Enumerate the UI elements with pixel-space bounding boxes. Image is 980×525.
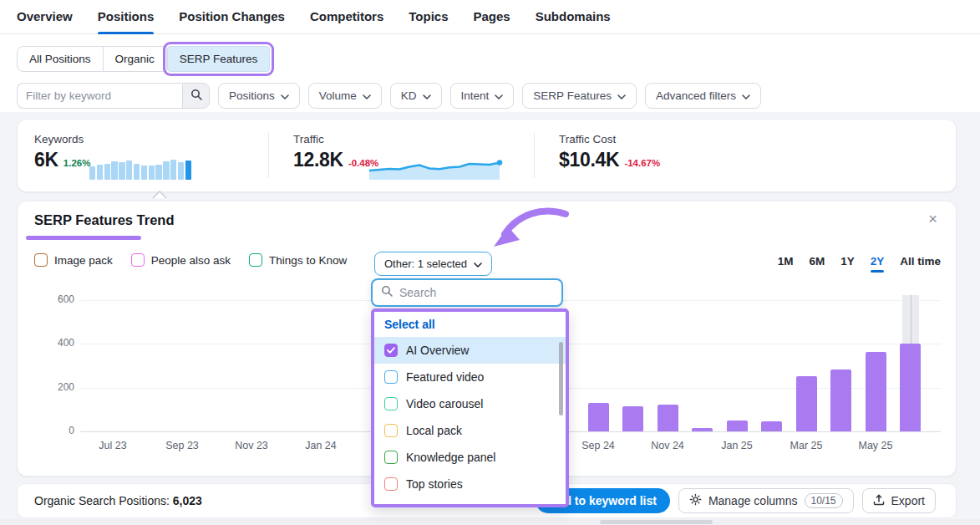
spark-bar (163, 161, 169, 180)
range-all-time[interactable]: All time (900, 255, 941, 273)
bar-apr-25[interactable] (830, 370, 851, 431)
feature-toggles-row: Image packPeople also askThings to Know (34, 253, 347, 267)
feature-toggle-people-also-ask[interactable]: People also ask (131, 253, 231, 267)
select-all-link[interactable]: Select all (374, 312, 566, 337)
checkbox-top-stories[interactable] (384, 477, 398, 491)
dropdown-item-label: Local pack (406, 424, 462, 437)
manage-columns-button[interactable]: Manage columns 10/15 (678, 488, 854, 513)
nav-item-competitors[interactable]: Competitors (310, 0, 383, 34)
checkbox-knowledge-panel[interactable] (384, 451, 398, 464)
checkbox-ai-overview[interactable] (384, 344, 398, 357)
filter-chip-label: SERP Features (533, 89, 612, 102)
serp-features-trend-panel: SERP Features Trend × Image packPeople a… (17, 201, 957, 477)
other-dropdown-label: Other: 1 selected (384, 257, 467, 270)
traffic-cost-metric-value: $10.4K (559, 149, 619, 171)
filter-chip-volume[interactable]: Volume (308, 83, 382, 109)
columns-count-badge: 10/15 (805, 493, 843, 508)
bar-mar-25[interactable] (796, 376, 817, 431)
range-6m[interactable]: 6M (809, 255, 825, 273)
range-1m[interactable]: 1M (778, 255, 794, 273)
dropdown-item-top-stories[interactable]: Top stories (374, 471, 566, 497)
feature-toggle-things-to-know[interactable]: Things to Know (249, 253, 347, 267)
horizontal-scrollbar-track[interactable] (0, 519, 980, 525)
tab-all-positions[interactable]: All Positions (17, 46, 104, 72)
x-axis-tick: Nov 24 (642, 440, 693, 451)
nav-item-positions[interactable]: Positions (98, 0, 155, 34)
horizontal-scrollbar-thumb[interactable] (600, 520, 713, 524)
dropdown-item-ai-overview[interactable]: AI Overview (374, 337, 566, 364)
other-features-dropdown-button[interactable]: Other: 1 selected (374, 252, 492, 276)
export-icon (873, 494, 885, 508)
annotation-arrow (490, 206, 571, 255)
checkbox-featured-video[interactable] (384, 370, 398, 384)
x-axis-tick: May 25 (851, 440, 901, 451)
other-features-dropdown-panel: Select all AI OverviewFeatured videoVide… (371, 278, 569, 507)
x-axis-tick: Jul 23 (88, 440, 138, 451)
filter-chip-label: Advanced filters (656, 89, 736, 102)
keyword-filter-input[interactable] (17, 83, 182, 109)
filter-chip-serp-features[interactable]: SERP Features (522, 83, 637, 109)
bar-jan-25[interactable] (727, 421, 748, 431)
checkbox-recipes[interactable] (384, 504, 398, 507)
spark-bar (149, 166, 155, 180)
traffic-sparkline (369, 158, 505, 183)
bar-may-25[interactable] (866, 352, 886, 431)
bar-sep-24[interactable] (588, 403, 609, 431)
spark-bar (97, 165, 103, 180)
spark-bar (170, 160, 176, 180)
x-axis-tick: Jan 25 (712, 440, 762, 451)
feature-toggle-image-pack[interactable]: Image pack (34, 253, 113, 267)
tab-serp-features[interactable]: SERP Features (167, 46, 271, 72)
bar-feb-25[interactable] (761, 421, 782, 431)
nav-item-overview[interactable]: Overview (17, 0, 73, 34)
checkbox-image-pack[interactable] (34, 253, 48, 267)
export-button[interactable]: Export (862, 488, 936, 513)
nav-item-subdomains[interactable]: Subdomains (536, 0, 611, 34)
dropdown-item-recipes[interactable]: Recipes (374, 497, 566, 507)
filter-chip-intent[interactable]: Intent (450, 83, 515, 109)
annotation-ring: SERP Features (163, 42, 275, 76)
bar-nov-24[interactable] (658, 405, 678, 431)
checkbox-people-also-ask[interactable] (131, 253, 145, 267)
spark-bar (141, 166, 147, 180)
metrics-summary-panel: Keywords 6K 1.26% Traffic 12.8K -0.48% T… (17, 119, 957, 192)
filter-chip-label: KD (401, 89, 417, 102)
tab-organic[interactable]: Organic (104, 46, 167, 72)
traffic-metric-label: Traffic (293, 133, 378, 145)
bar-oct-24[interactable] (622, 406, 643, 431)
organic-positions-count: Organic Search Positions: 6,023 (34, 494, 202, 507)
filter-chip-advanced-filters[interactable]: Advanced filters (645, 83, 761, 109)
checkbox-video-carousel[interactable] (384, 397, 398, 410)
metrics-divider (268, 133, 269, 178)
dropdown-item-video-carousel[interactable]: Video carousel (374, 390, 566, 417)
positions-count-label: Organic Search Positions: (34, 494, 173, 507)
keyword-search-button[interactable] (182, 83, 210, 109)
nav-item-position-changes[interactable]: Position Changes (179, 0, 285, 34)
dropdown-item-knowledge-panel[interactable]: Knowledge panel (374, 444, 566, 471)
dropdown-items: AI OverviewFeatured videoVideo carouselL… (374, 337, 566, 507)
chevron-down-icon (495, 89, 503, 102)
chevron-down-icon (742, 89, 750, 102)
range-2y[interactable]: 2Y (871, 255, 885, 273)
nav-item-pages[interactable]: Pages (474, 0, 510, 34)
dropdown-item-featured-video[interactable]: Featured video (374, 364, 566, 390)
bar-dec-24[interactable] (692, 428, 713, 431)
dropdown-search-input[interactable] (399, 286, 541, 299)
dropdown-list-annotated: Select all AI OverviewFeatured videoVide… (371, 308, 569, 507)
dropdown-scrollbar[interactable] (559, 342, 563, 415)
dropdown-item-local-pack[interactable]: Local pack (374, 417, 566, 444)
checkbox-things-to-know[interactable] (249, 253, 262, 267)
checkbox-local-pack[interactable] (384, 424, 398, 437)
filter-chip-kd[interactable]: KD (390, 83, 442, 109)
keyword-filter (17, 83, 210, 109)
bar-jun-25[interactable] (900, 344, 921, 431)
filter-chip-positions[interactable]: Positions (218, 83, 300, 109)
traffic-cost-metric-delta: -14.67% (624, 158, 660, 168)
nav-item-topics[interactable]: Topics (409, 0, 448, 34)
range-1y[interactable]: 1Y (840, 255, 855, 273)
metrics-divider (534, 133, 535, 178)
annotation-underline (26, 236, 141, 240)
close-icon[interactable]: × (928, 210, 937, 228)
y-axis-tick: 400 (39, 337, 74, 349)
spark-bar (155, 165, 161, 180)
